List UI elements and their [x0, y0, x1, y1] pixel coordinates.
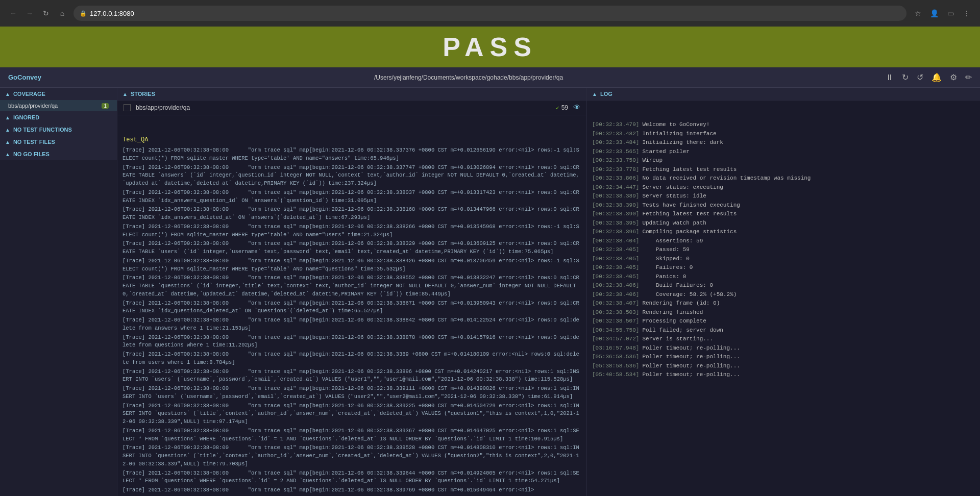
- reload-button[interactable]: ↻: [39, 6, 53, 20]
- trace-line: [Trace] 2021-12-06T00:32:38+08:00 "orm t…: [122, 368, 581, 384]
- trace-line: [Trace] 2021-12-06T00:32:38+08:00 "orm t…: [122, 385, 581, 401]
- stories-panel: ▲ STORIES bbs/app/provider/qa ✓ 59 👁 Tes…: [117, 88, 587, 496]
- main-content: ▲ COVERAGE bbs/app/provider/qa 1 ▲ IGNOR…: [0, 88, 980, 496]
- pause-button[interactable]: ⏸: [886, 73, 894, 82]
- revert-button[interactable]: ↺: [917, 72, 923, 82]
- log-line: [00:32:33.750]Wireup: [592, 156, 975, 165]
- trace-line: [Trace] 2021-12-06T00:32:38+08:00 "orm t…: [122, 240, 581, 256]
- log-time: [05:36:58.536]: [592, 353, 639, 361]
- log-message: Coverage: 58.2% (+58.2%): [642, 290, 737, 299]
- log-time: [00:32:33.479]: [592, 120, 639, 129]
- lock-icon: 🔒: [80, 10, 87, 17]
- log-line: [00:32:38.503]Rendering finished: [592, 308, 975, 317]
- goconvey-logo: GoConvey: [8, 73, 41, 81]
- log-message: Poller timeout; re-polling...: [642, 353, 740, 361]
- settings-button[interactable]: ⚙: [950, 72, 957, 82]
- ntf-chevron: ▲: [5, 127, 10, 133]
- log-time: [00:32:38.390]: [592, 210, 639, 218]
- log-time: [00:32:38.405]: [592, 245, 639, 254]
- log-time: [00:32:38.405]: [592, 272, 639, 281]
- sidebar-item-active-path[interactable]: bbs/app/provider/qa 1: [0, 100, 117, 111]
- log-time: [00:34:55.750]: [592, 326, 639, 335]
- log-line: [00:32:38.407]Rendering frame (id: 0): [592, 299, 975, 308]
- log-time: [05:40:58.534]: [592, 370, 639, 379]
- log-line: [03:16:57.948]Poller timeout; re-polling…: [592, 344, 975, 353]
- log-message: Rendering frame (id: 0): [642, 299, 720, 308]
- refresh-button[interactable]: ↻: [902, 72, 909, 82]
- stories-check-icon: ✓: [556, 105, 559, 111]
- log-time: [00:32:33.806]: [592, 174, 639, 183]
- trace-line: [Trace] 2021-12-06T00:32:38+08:00 "orm t…: [122, 334, 581, 350]
- stories-header: ▲ STORIES: [117, 88, 586, 101]
- no-test-files-header[interactable]: ▲ NO TEST FILES: [0, 136, 117, 148]
- home-button[interactable]: ⌂: [55, 6, 69, 20]
- pass-text: PASS: [443, 32, 537, 62]
- log-message: Skipped: 0: [642, 255, 689, 263]
- log-line: [00:32:38.406] Build Failures: 0: [592, 281, 975, 290]
- log-line: [00:32:38.404] Assertions: 59: [592, 237, 975, 245]
- log-line: [00:32:33.565]Started poller: [592, 147, 975, 156]
- edit-button[interactable]: ✏: [965, 72, 972, 82]
- log-time: [00:32:38.404]: [592, 237, 639, 245]
- log-line: [00:32:38.390]Fetching latest test resul…: [592, 210, 975, 218]
- log-line: [00:32:34.447]Server status: executing: [592, 183, 975, 192]
- log-line: [00:32:38.507]Processing complete: [592, 317, 975, 326]
- log-message: Rendering finished: [642, 308, 703, 317]
- log-message: Processing complete: [642, 317, 706, 326]
- log-message: Updating watch path: [642, 219, 706, 228]
- log-message: Welcome to GoConvey!: [642, 120, 709, 129]
- profile-icon[interactable]: 👤: [927, 6, 941, 20]
- ntf2-chevron: ▲: [5, 139, 10, 145]
- forward-button[interactable]: →: [22, 6, 37, 20]
- ngf-chevron: ▲: [5, 152, 10, 157]
- log-message: No data received or revision timestamp w…: [642, 174, 811, 183]
- log-line: [00:32:33.479]Welcome to GoConvey!: [592, 120, 975, 129]
- log-message: Fetching latest test results: [642, 165, 737, 174]
- log-line: [00:32:38.405] Panics: 0: [592, 272, 975, 281]
- stories-checkbox[interactable]: [124, 104, 131, 111]
- log-message: Tests have finished executing: [642, 201, 740, 210]
- log-line: [00:32:33.484]Initializing theme: dark: [592, 138, 975, 147]
- trace-line: [Trace] 2021-12-06T00:32:38+08:00 "orm t…: [122, 316, 581, 333]
- log-chevron: ▲: [592, 91, 597, 97]
- browser-actions: ☆ 👤 ▭ ⋮: [911, 6, 974, 20]
- log-message: Poller timeout; re-polling...: [642, 344, 740, 353]
- log-line: [00:32:38.395]Updating watch path: [592, 219, 975, 228]
- trace-line: [Trace] 2021-12-06T00:32:38+08:00 "orm t…: [122, 300, 581, 316]
- log-line: [05:36:58.536]Poller timeout; re-polling…: [592, 353, 975, 361]
- log-line: [00:32:38.405] Passed: 59: [592, 245, 975, 254]
- log-message: Panics: 0: [642, 272, 686, 281]
- log-message: Server status: idle: [642, 192, 706, 201]
- bell-button[interactable]: 🔔: [932, 72, 942, 82]
- menu-icon[interactable]: ⋮: [960, 6, 974, 20]
- coverage-header[interactable]: ▲ COVERAGE: [0, 88, 117, 100]
- log-line: [00:34:55.750]Poll failed; server down: [592, 326, 975, 335]
- log-message: Started poller: [642, 147, 689, 156]
- trace-line: [Trace] 2021-12-06T00:32:38+08:00 "orm t…: [122, 164, 581, 188]
- log-line: [05:40:58.534]Poller timeout; re-polling…: [592, 370, 975, 379]
- bookmark-icon[interactable]: ☆: [911, 6, 925, 20]
- log-message: Passed: 59: [642, 245, 689, 254]
- log-message: Initializing theme: dark: [642, 138, 723, 147]
- log-time: [00:32:38.406]: [592, 281, 639, 290]
- ignored-header[interactable]: ▲ IGNORED: [0, 111, 117, 123]
- stories-eye-icon[interactable]: 👁: [573, 104, 580, 112]
- log-time: [00:34:57.072]: [592, 335, 639, 343]
- extension-icon[interactable]: ▭: [943, 6, 958, 20]
- log-time: [00:32:38.389]: [592, 192, 639, 201]
- log-time: [00:32:38.507]: [592, 317, 639, 326]
- address-bar[interactable]: 🔒 127.0.0.1:8080: [74, 6, 906, 21]
- back-button[interactable]: ←: [6, 6, 20, 20]
- trace-line: [Trace] 2021-12-06T00:32:38+08:00 "orm t…: [122, 189, 581, 205]
- log-message: Compiling package statistics: [642, 228, 737, 236]
- stories-item-row: bbs/app/provider/qa ✓ 59 👁: [117, 101, 586, 115]
- log-line: [05:38:58.536]Poller timeout; re-polling…: [592, 362, 975, 370]
- no-test-functions-header[interactable]: ▲ NO TEST FUNCTIONS: [0, 123, 117, 136]
- log-line: [00:32:33.778]Fetching latest test resul…: [592, 165, 975, 174]
- no-go-files-header[interactable]: ▲ NO GO FILES: [0, 148, 117, 160]
- log-message: Server status: executing: [642, 183, 723, 192]
- log-entries: [00:32:33.479]Welcome to GoConvey![00:32…: [587, 101, 980, 383]
- toolbar-icons: ⏸ ↻ ↺ 🔔 ⚙ ✏: [886, 72, 972, 82]
- log-time: [00:32:33.565]: [592, 147, 639, 156]
- log-line: [00:32:38.405] Failures: 0: [592, 263, 975, 272]
